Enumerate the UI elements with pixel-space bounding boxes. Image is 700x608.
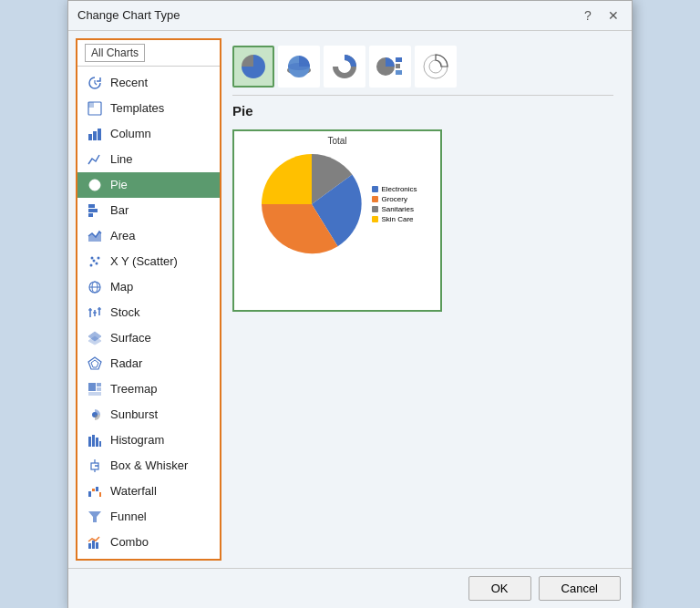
nav-label: Stock: [110, 305, 140, 319]
right-panel: Pie Total: [221, 38, 624, 561]
svg-rect-6: [88, 209, 98, 212]
chart-preview-area: Total: [232, 129, 613, 312]
legend-item-skin-care: Skin Care: [372, 215, 417, 223]
stock-icon: [87, 304, 103, 321]
svg-point-12: [98, 256, 100, 259]
column-icon: [87, 126, 103, 142]
nav-item-funnel[interactable]: Funnel: [77, 504, 220, 530]
nav-label: Bar: [110, 203, 129, 217]
legend-label: Skin Care: [381, 215, 413, 223]
nav-item-waterfall[interactable]: Waterfall: [77, 479, 220, 504]
help-button[interactable]: ?: [579, 6, 597, 25]
left-panel: All Charts Recent Templates Column Line …: [76, 38, 221, 561]
nav-item-radar[interactable]: Radar: [77, 351, 220, 376]
funnel-icon: [87, 509, 103, 525]
box-whisker-icon: [87, 458, 103, 474]
nav-label: Waterfall: [110, 484, 157, 498]
tab-header: All Charts: [77, 40, 220, 67]
nav-label: Surface: [110, 331, 151, 345]
svg-rect-53: [396, 70, 402, 75]
title-bar: Change Chart Type ? ✕: [68, 1, 632, 31]
pie-chart: Total: [242, 136, 433, 304]
chart-type-nav: Recent Templates Column Line Pie Bar Are…: [77, 67, 220, 559]
nav-item-histogram[interactable]: Histogram: [77, 428, 220, 453]
svg-rect-1: [88, 102, 94, 108]
svg-rect-2: [88, 134, 92, 140]
svg-rect-7: [88, 213, 93, 217]
subtype-btn-pie-doughnut[interactable]: [324, 46, 365, 88]
svg-rect-47: [96, 542, 98, 549]
ok-button[interactable]: OK: [468, 576, 531, 601]
nav-item-box-whisker[interactable]: Box & Whisker: [77, 453, 220, 479]
svg-rect-43: [99, 492, 101, 497]
nav-label: Treemap: [110, 382, 158, 396]
nav-label: Line: [110, 152, 133, 166]
subtype-btn-pie-ring[interactable]: [415, 46, 457, 88]
nav-label: Sunburst: [110, 407, 158, 421]
nav-label: Recent: [110, 76, 148, 89]
histogram-icon: [87, 432, 103, 448]
close-button[interactable]: ✕: [604, 6, 623, 25]
nav-item-xy-scatter[interactable]: X Y (Scatter): [77, 249, 220, 274]
svg-rect-51: [396, 57, 402, 62]
change-chart-type-dialog: Change Chart Type ? ✕ All Charts Recent …: [67, 0, 633, 608]
svg-rect-52: [396, 64, 400, 68]
nav-label: Combo: [110, 535, 149, 549]
nav-item-bar[interactable]: Bar: [77, 198, 220, 223]
segment-skincare: [262, 154, 312, 204]
svg-rect-35: [99, 441, 101, 447]
nav-label: Area: [110, 229, 135, 242]
svg-rect-29: [97, 387, 101, 391]
svg-rect-4: [98, 129, 101, 140]
nav-label: Pie: [110, 178, 128, 191]
nav-item-treemap[interactable]: Treemap: [77, 376, 220, 402]
svg-marker-26: [91, 360, 98, 367]
legend-item-sanitaries: Sanitaries: [372, 205, 417, 213]
waterfall-icon: [87, 483, 103, 500]
chart-section-title: Pie: [232, 103, 613, 119]
area-icon: [87, 228, 103, 244]
svg-rect-42: [96, 487, 98, 491]
nav-item-column[interactable]: Column: [77, 121, 220, 147]
svg-rect-40: [88, 491, 91, 497]
svg-point-9: [90, 263, 93, 266]
nav-item-pie[interactable]: Pie: [77, 172, 220, 198]
pie-icon: [87, 177, 103, 193]
nav-item-sunburst[interactable]: Sunburst: [77, 402, 220, 428]
nav-label: Radar: [110, 356, 142, 370]
chart-preview-card[interactable]: Total: [232, 129, 442, 312]
pie-chart-title: Total: [327, 136, 346, 146]
legend-dot: [372, 196, 378, 202]
nav-label: Box & Whisker: [110, 459, 188, 472]
templates-icon: [87, 100, 103, 117]
line-icon: [87, 151, 103, 168]
nav-label: Column: [110, 127, 151, 140]
treemap-icon: [87, 381, 103, 397]
nav-item-combo[interactable]: Combo: [77, 530, 220, 555]
dialog-footer: OK Cancel: [68, 568, 632, 608]
svg-rect-32: [88, 437, 91, 447]
nav-label: Histogram: [110, 433, 164, 447]
nav-item-stock[interactable]: Stock: [77, 300, 220, 325]
svg-point-49: [288, 63, 310, 70]
cancel-button[interactable]: Cancel: [539, 576, 621, 601]
subtype-btn-pie-bar-of-pie[interactable]: [369, 46, 411, 88]
nav-item-recent[interactable]: Recent: [77, 70, 220, 96]
all-charts-tab[interactable]: All Charts: [85, 44, 145, 62]
nav-item-map[interactable]: Map: [77, 274, 220, 300]
legend-dot: [372, 216, 378, 222]
svg-rect-28: [97, 383, 101, 386]
nav-item-line[interactable]: Line: [77, 147, 220, 172]
svg-point-11: [96, 262, 98, 264]
nav-item-templates[interactable]: Templates: [77, 96, 220, 121]
subtype-btn-pie-3d[interactable]: [278, 46, 320, 88]
nav-item-area[interactable]: Area: [77, 223, 220, 249]
nav-item-surface[interactable]: Surface: [77, 325, 220, 351]
radar-icon: [87, 356, 103, 372]
svg-marker-44: [88, 511, 101, 522]
pie-legend: ElectronicsGrocerySanitariesSkin Care: [372, 185, 417, 223]
chart-subtype-icons: [232, 46, 613, 96]
subtype-btn-pie-basic[interactable]: [232, 46, 274, 88]
scatter-icon: [87, 253, 103, 270]
svg-rect-3: [93, 131, 97, 140]
